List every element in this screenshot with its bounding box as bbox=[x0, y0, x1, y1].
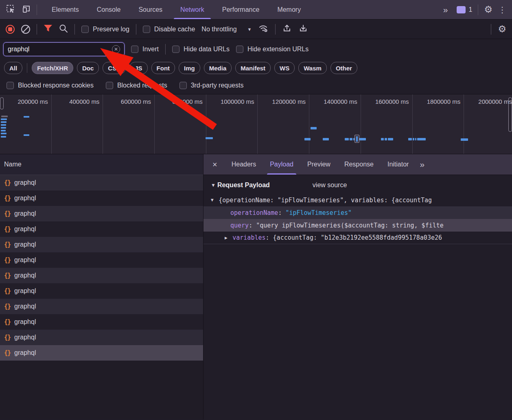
close-details-icon[interactable]: × bbox=[203, 160, 225, 169]
inspect-element-icon[interactable] bbox=[6, 4, 15, 15]
device-toolbar-icon[interactable] bbox=[21, 4, 31, 15]
name-header-label: Name bbox=[4, 161, 22, 168]
more-options-icon[interactable]: ⋮ bbox=[498, 5, 506, 15]
details-tab-headers[interactable]: Headers bbox=[225, 154, 263, 175]
divider bbox=[27, 63, 27, 73]
view-source-link[interactable]: view source bbox=[313, 182, 347, 189]
chip-img[interactable]: Img bbox=[179, 62, 200, 74]
request-row[interactable]: {}graphql bbox=[0, 252, 203, 268]
import-har-icon[interactable] bbox=[282, 24, 292, 35]
network-settings-gear-icon[interactable]: ⚙ bbox=[498, 24, 506, 34]
blocked-response-cookies-checkbox[interactable]: Blocked response cookies bbox=[7, 82, 94, 89]
json-braces-icon: {} bbox=[4, 272, 11, 279]
json-braces-icon: {} bbox=[4, 195, 11, 202]
chip-other[interactable]: Other bbox=[330, 62, 357, 74]
request-row[interactable]: {}graphql bbox=[0, 283, 203, 299]
more-tabs-icon[interactable]: » bbox=[439, 5, 451, 15]
third-party-requests-checkbox[interactable]: 3rd-party requests bbox=[179, 82, 244, 89]
filter-input[interactable] bbox=[8, 46, 112, 53]
disable-cache-label: Disable cache bbox=[154, 26, 195, 33]
details-tab-initiator[interactable]: Initiator bbox=[381, 154, 416, 175]
tab-network[interactable]: Network bbox=[171, 0, 213, 19]
chip-all[interactable]: All bbox=[4, 62, 22, 74]
tab-sources[interactable]: Sources bbox=[129, 0, 171, 19]
name-column-header[interactable]: Name bbox=[0, 154, 203, 175]
request-row[interactable]: {}graphql bbox=[0, 268, 203, 283]
chip-ws[interactable]: WS bbox=[274, 62, 295, 74]
chip-wasm[interactable]: Wasm bbox=[298, 62, 327, 74]
chip-font[interactable]: Font bbox=[151, 62, 175, 74]
payload-line[interactable]: ▶ variables: {accountTag: "b12e3b2192ee5… bbox=[203, 232, 512, 244]
request-row[interactable]: {}graphql bbox=[0, 330, 203, 345]
details-more-tabs-icon[interactable]: » bbox=[416, 160, 428, 169]
hide-extension-urls-checkbox[interactable]: Hide extension URLs bbox=[236, 46, 309, 53]
payload-text: : bbox=[278, 209, 285, 217]
request-row[interactable]: {}graphql bbox=[0, 237, 203, 252]
details-tab-payload[interactable]: Payload bbox=[263, 154, 300, 175]
details-tab-response[interactable]: Response bbox=[337, 154, 381, 175]
details-tab-preview[interactable]: Preview bbox=[300, 154, 337, 175]
request-payload-title: Request Payload bbox=[217, 182, 270, 189]
timeline-scroll-handle[interactable] bbox=[0, 97, 4, 109]
checkbox bbox=[81, 26, 89, 33]
settings-gear-icon[interactable]: ⚙ bbox=[484, 5, 492, 14]
panel-tabs: ElementsConsoleSourcesNetworkPerformance… bbox=[43, 0, 439, 19]
request-name: graphql bbox=[14, 195, 36, 202]
chip-css[interactable]: CSS bbox=[103, 62, 126, 74]
collapse-triangle-icon[interactable]: ▼ bbox=[211, 182, 216, 188]
request-row[interactable]: {}graphql bbox=[0, 345, 203, 361]
request-row[interactable]: {}graphql bbox=[0, 175, 203, 190]
clear-filter-icon[interactable]: ✕ bbox=[112, 45, 120, 53]
json-braces-icon: {} bbox=[4, 303, 11, 310]
blocked-requests-checkbox[interactable]: Blocked requests bbox=[106, 82, 167, 89]
request-row[interactable]: {}graphql bbox=[0, 206, 203, 221]
preserve-log-checkbox[interactable]: Preserve log bbox=[81, 26, 129, 33]
invert-checkbox[interactable]: Invert bbox=[131, 46, 159, 53]
request-row[interactable]: {}graphql bbox=[0, 190, 203, 206]
selected-request-marker bbox=[354, 135, 359, 143]
checkbox bbox=[172, 46, 179, 53]
network-overview-timeline[interactable]: 200000 ms400000 ms600000 ms800000 ms1000… bbox=[0, 94, 512, 154]
details-tab-bar: × HeadersPayloadPreviewResponseInitiator… bbox=[203, 154, 512, 175]
chip-media[interactable]: Media bbox=[204, 62, 232, 74]
timeline-scroll-handle[interactable] bbox=[508, 97, 512, 132]
issues-badge[interactable]: 1 bbox=[457, 6, 472, 13]
timeline-column: 2000000 ms bbox=[464, 94, 512, 154]
request-row[interactable]: {}graphql bbox=[0, 221, 203, 237]
tab-performance[interactable]: Performance bbox=[213, 0, 269, 19]
clear-network-log-icon[interactable] bbox=[21, 25, 30, 34]
third-party-label: 3rd-party requests bbox=[191, 82, 244, 89]
checkbox bbox=[143, 26, 150, 33]
record-button[interactable] bbox=[6, 25, 15, 34]
hide-data-urls-checkbox[interactable]: Hide data URLs bbox=[172, 46, 230, 53]
disable-cache-checkbox[interactable]: Disable cache bbox=[143, 26, 195, 33]
request-row[interactable]: {}graphql bbox=[0, 314, 203, 330]
chip-manifest[interactable]: Manifest bbox=[235, 62, 271, 74]
tab-console[interactable]: Console bbox=[88, 0, 130, 19]
waterfall-bar bbox=[1, 136, 6, 138]
request-list-panel: Name {}graphql{}graphql{}graphql{}graphq… bbox=[0, 154, 203, 420]
payload-line[interactable]: ▼ {operationName: "ipFlowTimeseries", va… bbox=[203, 194, 512, 206]
divider bbox=[491, 24, 491, 35]
request-row[interactable]: {}graphql bbox=[0, 299, 203, 314]
active-tab-underline bbox=[267, 173, 296, 175]
checkbox bbox=[179, 82, 187, 89]
chip-js[interactable]: JS bbox=[129, 62, 147, 74]
filter-icon[interactable] bbox=[44, 24, 53, 34]
waterfall-bar bbox=[1, 118, 7, 120]
chip-doc[interactable]: Doc bbox=[77, 62, 99, 74]
payload-line[interactable]: operationName: "ipFlowTimeseries" bbox=[203, 206, 512, 219]
payload-line[interactable]: query: "query ipFlowTimeseries($accountT… bbox=[203, 219, 512, 232]
network-conditions-icon[interactable] bbox=[258, 24, 269, 35]
tab-memory[interactable]: Memory bbox=[268, 0, 310, 19]
throttling-dropdown[interactable]: No throttling ▼ bbox=[201, 26, 252, 33]
search-icon[interactable] bbox=[59, 24, 68, 35]
chip-fetch-xhr[interactable]: Fetch/XHR bbox=[32, 62, 73, 74]
timeline-tick-label: 1000000 ms bbox=[221, 98, 254, 105]
timeline-tick-label: 600000 ms bbox=[121, 98, 151, 105]
tab-elements[interactable]: Elements bbox=[43, 0, 88, 19]
json-braces-icon: {} bbox=[4, 179, 11, 186]
export-har-icon[interactable] bbox=[298, 24, 308, 35]
divider bbox=[136, 24, 136, 35]
resource-type-filters: AllFetch/XHRDocCSSJSFontImgMediaManifest… bbox=[0, 59, 512, 77]
